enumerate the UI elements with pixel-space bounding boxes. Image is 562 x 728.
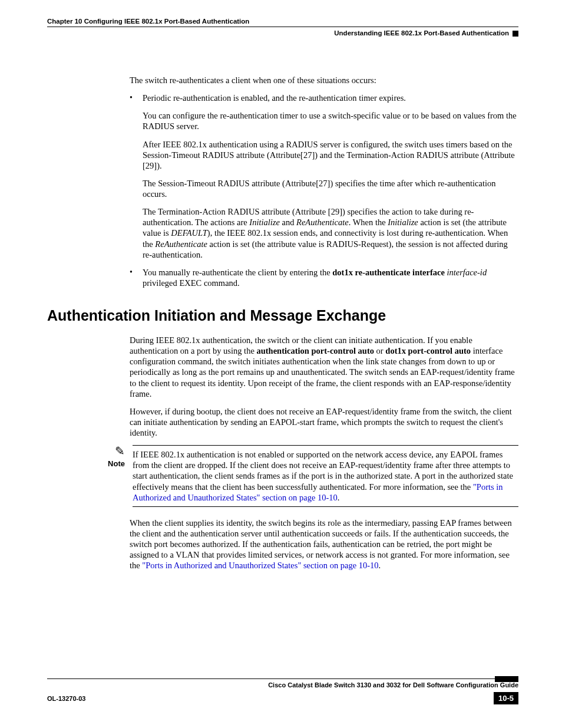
- pencil-icon: ✎: [95, 445, 125, 457]
- running-header: Chapter 10 Configuring IEEE 802.1x Port-…: [47, 18, 518, 27]
- footer-mark: [495, 676, 518, 682]
- header-mark: [513, 31, 518, 37]
- section-title: Understanding IEEE 802.1x Port-Based Aut…: [334, 29, 509, 37]
- paragraph: When the client supplies its identity, t…: [130, 518, 518, 571]
- doc-id: OL-13270-03: [47, 695, 85, 702]
- list-text: Periodic re-authentication is enabled, a…: [143, 93, 518, 103]
- list-item: • Periodic re-authentication is enabled,…: [130, 93, 518, 103]
- page-number: 10-5: [494, 692, 518, 704]
- section-header: Understanding IEEE 802.1x Port-Based Aut…: [47, 29, 518, 37]
- heading-2: Authentication Initiation and Message Ex…: [47, 307, 518, 324]
- note-text: If IEEE 802.1x authentication is not ena…: [133, 445, 518, 507]
- list-text: You manually re-authenticate the client …: [143, 267, 518, 288]
- paragraph: The switch re-authenticates a client whe…: [130, 75, 518, 85]
- cross-ref-link[interactable]: "Ports in Authorized and Unauthorized St…: [142, 561, 378, 570]
- paragraph: After IEEE 802.1x authentication using a…: [143, 139, 518, 171]
- footer-guide-title: Cisco Catalyst Blade Switch 3130 and 303…: [47, 681, 518, 689]
- bullet-icon: •: [130, 267, 143, 288]
- paragraph: However, if during bootup, the client do…: [130, 406, 518, 438]
- paragraph: The Termination-Action RADIUS attribute …: [143, 206, 518, 260]
- note-block: ✎ Note If IEEE 802.1x authentication is …: [130, 445, 518, 507]
- note-label: Note: [108, 459, 125, 468]
- page-footer: Cisco Catalyst Blade Switch 3130 and 303…: [47, 678, 518, 704]
- paragraph: The Session-Timeout RADIUS attribute (At…: [143, 178, 518, 199]
- list-item: • You manually re-authenticate the clien…: [130, 267, 518, 288]
- bullet-icon: •: [130, 93, 143, 103]
- paragraph: During IEEE 802.1x authentication, the s…: [130, 335, 518, 399]
- paragraph: You can configure the re-authentication …: [143, 110, 518, 131]
